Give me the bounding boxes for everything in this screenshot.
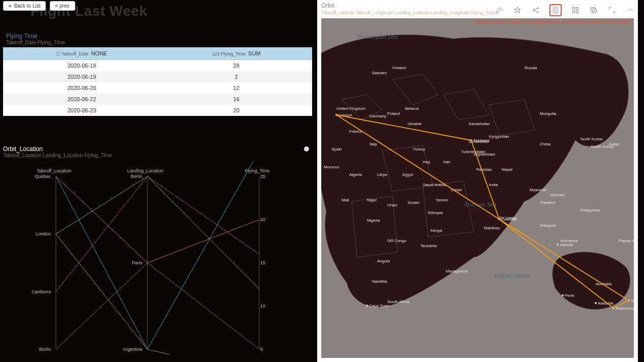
svg-text:Indian Ocean: Indian Ocean bbox=[494, 272, 530, 279]
svg-text:Russia: Russia bbox=[525, 66, 537, 70]
svg-rect-9 bbox=[573, 11, 575, 13]
back-to-list-button[interactable]: ⇤ Back to List bbox=[3, 1, 46, 11]
share-icon[interactable] bbox=[531, 6, 540, 15]
map-canvas[interactable]: Please contact admin to configure the ma… bbox=[321, 18, 634, 358]
orbit-title: Orbit bbox=[321, 2, 334, 9]
svg-text:Tashkent: Tashkent bbox=[473, 138, 490, 143]
flying-time-panel: Flying Time Takeoff_Date Flying_Time ☐ T… bbox=[3, 32, 312, 116]
svg-text:Spain: Spain bbox=[331, 147, 342, 152]
svg-text:Yemen: Yemen bbox=[436, 198, 448, 202]
svg-text:Vietnam: Vietnam bbox=[550, 193, 565, 197]
cell-date: 2020-06-22 bbox=[3, 94, 161, 105]
svg-text:Ukraine: Ukraine bbox=[408, 122, 422, 126]
collapse-icon[interactable] bbox=[626, 6, 635, 15]
cell-val: 12 bbox=[161, 82, 312, 94]
svg-text:Australia: Australia bbox=[596, 282, 612, 286]
svg-text:Iraq: Iraq bbox=[423, 160, 430, 164]
svg-text:Chad: Chad bbox=[387, 203, 397, 207]
table-row[interactable]: 2020-06-1828 bbox=[3, 60, 312, 72]
col-flying-time[interactable]: 123 Flying_Time SUM bbox=[161, 47, 312, 60]
svg-text:Nigeria: Nigeria bbox=[367, 218, 380, 223]
svg-point-87 bbox=[595, 302, 597, 304]
orbit-toolbar bbox=[495, 4, 635, 16]
parallel-coords-chart[interactable]: Takeoff_LocationQuebecLondonCanberraBerl… bbox=[3, 161, 312, 354]
table-row[interactable]: 2020-06-192 bbox=[3, 71, 312, 82]
svg-text:Sudan: Sudan bbox=[408, 200, 419, 205]
svg-text:United Kingdom: United Kingdom bbox=[336, 106, 365, 111]
svg-point-4 bbox=[537, 8, 539, 9]
cell-val: 20 bbox=[161, 105, 312, 116]
orbit-location-title: Orbit_Location bbox=[3, 145, 112, 153]
svg-text:Mongolia: Mongolia bbox=[540, 111, 557, 116]
orbit-location-panel: Orbit_Location Takeoff_Location Landing_… bbox=[3, 145, 312, 359]
cell-date: 2020-06-20 bbox=[3, 82, 161, 94]
svg-text:Colombo: Colombo bbox=[501, 217, 518, 222]
svg-text:Melbourne: Melbourne bbox=[616, 306, 634, 311]
svg-text:Germany: Germany bbox=[370, 114, 386, 118]
left-panel: ⇤ Back to List < prev Flight Last Week F… bbox=[0, 0, 315, 362]
svg-text:Maldives: Maldives bbox=[484, 226, 500, 230]
svg-text:China: China bbox=[540, 142, 550, 146]
grid-icon[interactable] bbox=[571, 6, 580, 15]
world-map-svg: Norwegian SeaSwedenFinlandRussiaUnited K… bbox=[321, 18, 634, 358]
col-takeoff-date[interactable]: ☐ Takeoff_Date NONE bbox=[3, 47, 161, 60]
svg-text:Papua New Guinea: Papua New Guinea bbox=[619, 238, 634, 243]
svg-rect-8 bbox=[576, 8, 578, 10]
svg-text:Japan: Japan bbox=[608, 142, 620, 146]
table-header-row: ☐ Takeoff_Date NONE 123 Flying_Time SUM bbox=[3, 47, 312, 60]
expand-icon[interactable] bbox=[607, 6, 617, 15]
svg-rect-12 bbox=[591, 8, 595, 12]
svg-text:Libya: Libya bbox=[377, 172, 387, 177]
col2-agg: SUM bbox=[248, 50, 260, 56]
table-row[interactable]: 2020-06-2320 bbox=[3, 105, 312, 116]
table-row[interactable]: 2020-06-2012 bbox=[3, 82, 312, 94]
svg-text:Myanmar: Myanmar bbox=[530, 188, 547, 192]
back-label: Back to List bbox=[14, 3, 41, 9]
table-row[interactable]: 2020-06-2216 bbox=[3, 94, 312, 105]
svg-text:Algeria: Algeria bbox=[349, 172, 362, 177]
svg-text:Ethiopia: Ethiopia bbox=[428, 210, 443, 215]
cell-val: 16 bbox=[161, 94, 312, 105]
svg-rect-10 bbox=[576, 11, 578, 13]
svg-text:Iran: Iran bbox=[443, 160, 450, 164]
flying-time-table: ☐ Takeoff_Date NONE 123 Flying_Time SUM … bbox=[3, 47, 312, 116]
svg-point-3 bbox=[533, 10, 535, 11]
cell-val: 2 bbox=[161, 71, 312, 82]
orbit-header: Orbit Takeoff_Latitude Takeoff_Longitude… bbox=[317, 0, 638, 17]
note-icon[interactable] bbox=[549, 4, 562, 16]
topbar: ⇤ Back to List < prev bbox=[3, 1, 77, 11]
svg-text:Namibia: Namibia bbox=[372, 279, 387, 284]
svg-text:Malaysia: Malaysia bbox=[540, 223, 556, 228]
svg-text:Thailand: Thailand bbox=[540, 200, 556, 205]
svg-point-5 bbox=[537, 12, 539, 13]
svg-text:Pakistan: Pakistan bbox=[476, 167, 492, 172]
prev-button[interactable]: < prev bbox=[50, 1, 75, 11]
svg-text:Jakarta: Jakarta bbox=[560, 243, 573, 247]
flying-time-title: Flying Time bbox=[3, 32, 312, 40]
svg-text:Sydney: Sydney bbox=[631, 298, 634, 303]
cell-date: 2020-06-18 bbox=[3, 60, 161, 72]
svg-rect-7 bbox=[573, 8, 575, 10]
col2-icon-label: 123 Flying_Time bbox=[212, 51, 246, 56]
svg-text:Finland: Finland bbox=[392, 66, 406, 70]
svg-text:Kazakhstan: Kazakhstan bbox=[469, 122, 490, 126]
cell-val: 28 bbox=[161, 60, 312, 72]
svg-text:Niger: Niger bbox=[367, 198, 377, 202]
star-icon[interactable] bbox=[513, 6, 522, 15]
svg-text:Norwegian Sea: Norwegian Sea bbox=[356, 33, 397, 40]
svg-text:Perth: Perth bbox=[565, 293, 574, 298]
map-error-text: Please contact admin to configure the ma… bbox=[475, 19, 631, 25]
svg-point-83 bbox=[557, 244, 559, 246]
svg-text:Kyrgyzstan: Kyrgyzstan bbox=[489, 134, 509, 139]
svg-text:North Korea: North Korea bbox=[580, 137, 603, 141]
copy-icon[interactable] bbox=[589, 6, 598, 15]
edit-icon[interactable] bbox=[495, 6, 504, 15]
svg-text:DR Congo: DR Congo bbox=[387, 238, 407, 243]
svg-text:Sweden: Sweden bbox=[372, 71, 387, 75]
cell-date: 2020-06-23 bbox=[3, 105, 161, 116]
orbit-location-sub: Takeoff_Location Landing_Location Flying… bbox=[3, 153, 112, 158]
col1-icon-label: ☐ Takeoff_Date bbox=[56, 51, 88, 56]
panel-options-icon[interactable] bbox=[304, 146, 309, 152]
svg-text:Madagascar: Madagascar bbox=[446, 269, 468, 274]
svg-text:Kenya: Kenya bbox=[431, 228, 442, 233]
